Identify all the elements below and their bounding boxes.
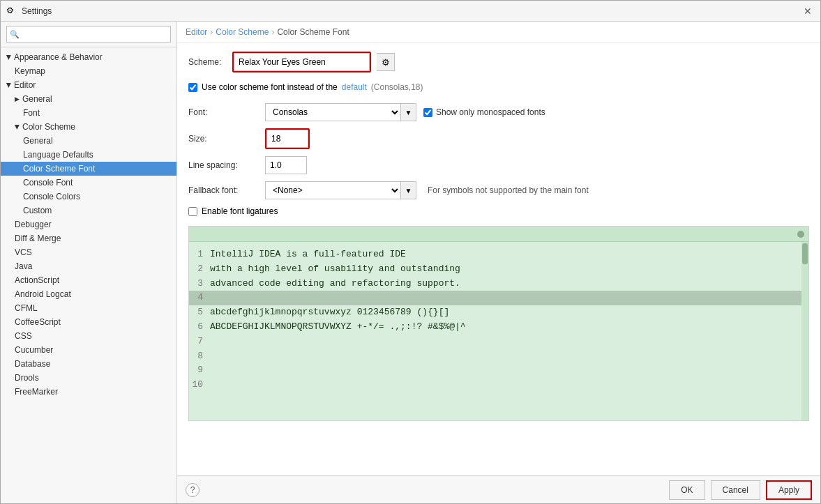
line-code-6: ABCDEFGHIJKLMNOPQRSTUVWXYZ +-*/= .,;:!? … [210, 320, 466, 335]
sidebar-item-font[interactable]: Font [1, 106, 176, 120]
sidebar-item-custom[interactable]: Custom [1, 204, 176, 217]
sidebar-item-label: Debugger [15, 220, 52, 229]
font-dropdown-wrap: Consolas Arial Courier New DejaVu Sans M… [265, 103, 416, 121]
ok-button[interactable]: OK [669, 480, 705, 500]
sidebar-item-database[interactable]: Database [1, 357, 176, 371]
ligatures-label: Enable font ligatures [202, 206, 278, 216]
line-num-3: 3 [189, 277, 210, 291]
size-input[interactable] [266, 130, 308, 148]
scheme-label: Scheme: [188, 57, 227, 67]
use-color-scheme-checkbox[interactable] [188, 83, 197, 92]
preview-dots [797, 231, 804, 238]
use-color-scheme-label: Use color scheme font instead of the [202, 82, 338, 92]
sidebar-item-vcs[interactable]: VCS [1, 245, 176, 259]
sidebar-item-color-scheme[interactable]: ▶ Color Scheme [1, 120, 176, 134]
preview-scrollbar[interactable] [801, 242, 808, 420]
sidebar-item-freemarker[interactable]: FreeMarker [1, 385, 176, 399]
sidebar-item-label: Console Font [23, 178, 73, 188]
code-line-5: 5 abcdefghijklmnopqrstuvwxyz 0123456789 … [189, 305, 808, 320]
sidebar-item-label: Cucumber [15, 345, 53, 355]
scheme-dropdown[interactable]: Relax Your Eyes Green Default Darcula Hi… [234, 53, 370, 71]
size-label: Size: [188, 134, 258, 144]
size-input-wrap [265, 128, 310, 149]
default-link[interactable]: default [342, 82, 367, 92]
code-line-3: 3 advanced code editing and refactoring … [189, 277, 808, 291]
sidebar-item-appearance-behavior[interactable]: ▶ Appearance & Behavior [1, 50, 176, 64]
sidebar-item-keymap[interactable]: Keymap [1, 64, 176, 78]
line-spacing-input[interactable] [265, 156, 307, 174]
expand-icon: ▶ [15, 96, 20, 102]
breadcrumb-editor[interactable]: Editor [186, 27, 207, 37]
sidebar-item-debugger[interactable]: Debugger [1, 217, 176, 231]
fallback-dropdown-arrow[interactable]: ▼ [401, 181, 416, 199]
font-select[interactable]: Consolas Arial Courier New DejaVu Sans M… [265, 103, 401, 121]
sidebar-item-label: Drools [15, 373, 39, 383]
font-row: Font: Consolas Arial Courier New DejaVu … [188, 103, 809, 121]
sidebar-item-cucumber[interactable]: Cucumber [1, 343, 176, 357]
line-num-2: 2 [189, 262, 210, 277]
search-input[interactable] [6, 26, 171, 43]
sidebar-item-label: Diff & Merge [15, 234, 61, 243]
apply-button[interactable]: Apply [766, 480, 812, 500]
sidebar-item-coffeescript[interactable]: CoffeeScript [1, 315, 176, 329]
sidebar-item-label: FreeMarker [15, 387, 58, 397]
sidebar-item-cfml[interactable]: CFML [1, 301, 176, 315]
breadcrumb-current: Color Scheme Font [277, 27, 349, 37]
ligatures-checkbox[interactable] [188, 207, 197, 216]
sidebar-item-label: Database [15, 359, 50, 369]
line-code-5: abcdefghijklmnopqrstuvwxyz 0123456789 ()… [210, 305, 449, 320]
fallback-row: Fallback font: <None> Arial DejaVu Sans … [188, 181, 809, 199]
breadcrumb: Editor › Color Scheme › Color Scheme Fon… [177, 22, 820, 43]
preview-scroll-thumb [802, 243, 808, 264]
title-bar-left: ⚙ Settings [6, 6, 52, 17]
scheme-dropdown-wrap: Relax Your Eyes Green Default Darcula Hi… [232, 52, 371, 72]
line-num-1: 1 [189, 247, 210, 262]
breadcrumb-color-scheme[interactable]: Color Scheme [216, 27, 269, 37]
app-icon: ⚙ [6, 6, 17, 17]
sidebar-item-color-scheme-general[interactable]: General [1, 134, 176, 148]
scheme-gear-button[interactable]: ⚙ [377, 53, 395, 71]
code-line-9: 9 [189, 363, 808, 378]
sidebar-item-label: General [22, 94, 52, 104]
sidebar-item-color-scheme-font[interactable]: Color Scheme Font [1, 162, 176, 176]
bottom-right: OK Cancel Apply [669, 480, 812, 500]
sidebar-item-drools[interactable]: Drools [1, 371, 176, 385]
line-code-3: advanced code editing and refactoring su… [210, 277, 460, 291]
sidebar-item-label: Appearance & Behavior [14, 52, 103, 62]
show-monospaced-checkbox[interactable] [423, 108, 432, 117]
default-hint: (Consolas,18) [371, 82, 423, 92]
sidebar-item-label: Console Colors [23, 192, 80, 201]
fallback-select[interactable]: <None> Arial DejaVu Sans [265, 181, 401, 199]
code-line-8: 8 [189, 349, 808, 364]
line-num-9: 9 [189, 363, 210, 378]
sidebar-item-actionscript[interactable]: ActionScript [1, 273, 176, 287]
fallback-label: Fallback font: [188, 185, 258, 195]
line-num-8: 8 [189, 349, 210, 364]
code-line-10: 10 [189, 378, 808, 392]
line-num-5: 5 [189, 305, 210, 320]
fallback-dropdown-wrap: <None> Arial DejaVu Sans ▼ [265, 181, 416, 199]
sidebar-item-java[interactable]: Java [1, 259, 176, 273]
sidebar-item-console-font[interactable]: Console Font [1, 176, 176, 190]
sidebar-item-console-colors[interactable]: Console Colors [1, 190, 176, 204]
close-button[interactable]: ✕ [801, 4, 815, 18]
sidebar-item-general[interactable]: ▶ General [1, 92, 176, 106]
fallback-hint: For symbols not supported by the main fo… [428, 185, 589, 195]
sidebar-item-label: General [23, 136, 53, 146]
main-content: 🔍 ▶ Appearance & Behavior Keymap ▶ Edito… [1, 22, 820, 503]
sidebar-item-css[interactable]: CSS [1, 329, 176, 343]
sidebar-item-android-logcat[interactable]: Android Logcat [1, 287, 176, 301]
sidebar-item-editor[interactable]: ▶ Editor [1, 78, 176, 92]
help-button[interactable]: ? [186, 483, 199, 497]
sidebar-item-label: Java [15, 261, 32, 271]
scheme-row: Scheme: Relax Your Eyes Green Default Da… [188, 52, 809, 72]
cancel-button[interactable]: Cancel [711, 480, 760, 500]
sidebar-item-language-defaults[interactable]: Language Defaults [1, 148, 176, 162]
font-dropdown-arrow[interactable]: ▼ [401, 103, 416, 121]
code-line-4: 4 [189, 291, 808, 305]
line-code-1: IntelliJ IDEA is a full-featured IDE [210, 247, 406, 262]
line-code-2: with a high level of usability and outst… [210, 262, 460, 277]
panel-content: Scheme: Relax Your Eyes Green Default Da… [177, 43, 820, 475]
sidebar-item-diff-merge[interactable]: Diff & Merge [1, 231, 176, 245]
search-wrap: 🔍 [6, 26, 171, 43]
